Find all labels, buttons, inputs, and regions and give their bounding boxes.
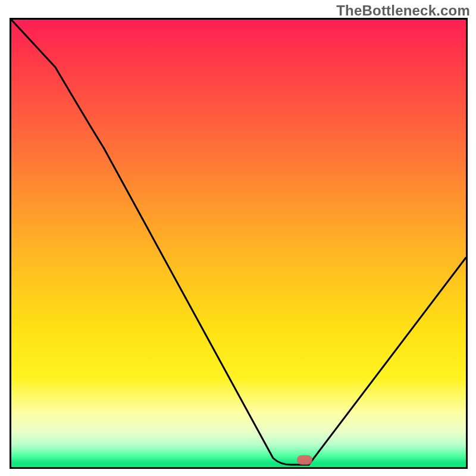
chart-container: TheBottleneck.com <box>0 0 476 476</box>
plot-area <box>10 18 468 469</box>
bottleneck-curve <box>11 20 466 467</box>
watermark-text: TheBottleneck.com <box>336 2 470 19</box>
optimal-marker <box>297 455 312 465</box>
curve-path <box>11 20 466 465</box>
